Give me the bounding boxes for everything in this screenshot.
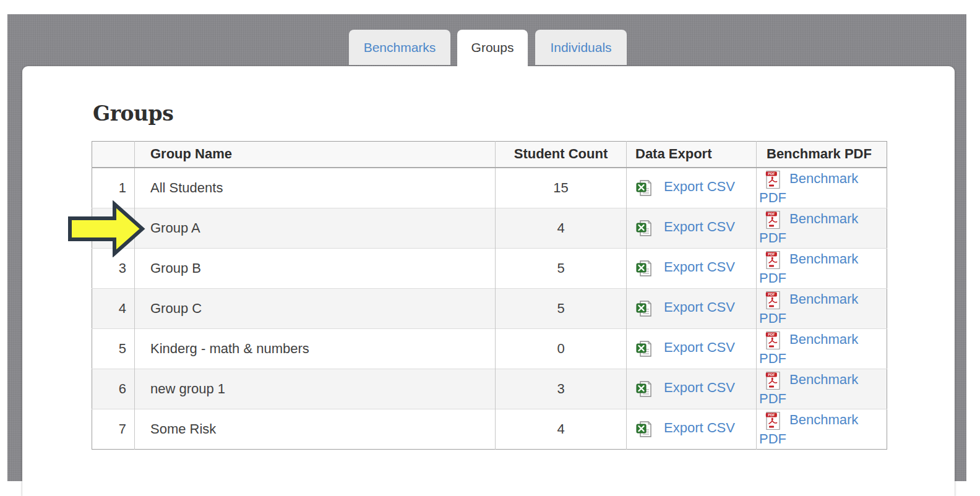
export-csv-label: Export CSV — [664, 179, 735, 194]
student-count-cell: 4 — [496, 409, 627, 449]
benchmark-pdf-link[interactable]: PDF Benchmark PDF — [759, 371, 869, 407]
group-name-cell: Group A — [135, 208, 496, 248]
group-name-cell: new group 1 — [135, 369, 496, 409]
export-csv-label: Export CSV — [664, 219, 735, 234]
col-header-benchmark-pdf: Benchmark PDF — [757, 142, 887, 168]
group-name-cell: Group C — [135, 288, 496, 328]
table-row: Group A 4 Export CSV PDF — [92, 208, 887, 248]
benchmark-pdf-link[interactable]: PDF Benchmark PDF — [759, 411, 869, 447]
yellow-arrow-annotation — [67, 200, 146, 257]
table-row: 5 Kinderg - math & numbers 0 Export CSV — [92, 328, 887, 369]
tab-groups[interactable]: Groups — [457, 30, 528, 73]
tab-benchmarks[interactable]: Benchmarks — [349, 30, 450, 65]
student-count-cell: 4 — [496, 208, 627, 248]
screenshot-stage: Benchmarks Groups Individuals Groups Gro… — [0, 0, 980, 496]
benchmark-pdf-link[interactable]: PDF Benchmark PDF — [759, 250, 869, 286]
pdf-file-icon: PDF — [765, 371, 781, 390]
col-header-data-export: Data Export — [627, 142, 757, 168]
col-header-group-name: Group Name — [135, 142, 496, 168]
group-name-cell: Group B — [135, 248, 496, 288]
pdf-file-icon: PDF — [765, 291, 781, 310]
group-name-cell: All Students — [135, 168, 496, 208]
excel-file-icon — [635, 340, 653, 357]
table-row: 3 Group B 5 Export CSV — [92, 248, 887, 288]
excel-file-icon — [635, 260, 653, 277]
student-count-cell: 5 — [496, 288, 627, 328]
pdf-file-icon: PDF — [765, 250, 781, 270]
data-export-cell: Export CSV — [627, 328, 757, 369]
student-count-cell: 0 — [496, 328, 627, 369]
benchmark-pdf-link[interactable]: PDF Benchmark PDF — [759, 210, 869, 246]
row-number-cell: 5 — [92, 328, 135, 369]
excel-file-icon — [635, 220, 653, 237]
export-csv-link[interactable]: Export CSV — [635, 219, 735, 234]
pdf-file-icon: PDF — [765, 331, 781, 350]
benchmark-pdf-cell: PDF Benchmark PDF — [757, 248, 887, 288]
row-number-cell: 4 — [92, 288, 135, 328]
data-export-cell: Export CSV — [627, 168, 757, 208]
row-number-cell: 7 — [92, 409, 135, 449]
benchmark-pdf-link[interactable]: PDF Benchmark PDF — [759, 170, 869, 206]
group-name-cell: Kinderg - math & numbers — [135, 328, 496, 369]
group-name-cell: Some Risk — [135, 409, 496, 449]
export-csv-label: Export CSV — [664, 340, 735, 355]
benchmark-pdf-cell: PDF Benchmark PDF — [757, 369, 887, 409]
svg-text:PDF: PDF — [768, 212, 775, 216]
student-count-cell: 15 — [496, 168, 627, 208]
groups-table-container: Group Name Student Count Data Export Ben… — [92, 141, 887, 450]
benchmark-pdf-cell: PDF Benchmark PDF — [757, 328, 887, 369]
col-header-row-number — [92, 142, 135, 168]
table-row: 7 Some Risk 4 Export CSV — [92, 409, 887, 449]
row-number-cell: 6 — [92, 369, 135, 409]
pdf-file-icon: PDF — [765, 411, 781, 430]
table-row: 4 Group C 5 Export CSV — [92, 288, 887, 328]
export-csv-link[interactable]: Export CSV — [635, 259, 735, 275]
data-export-cell: Export CSV — [627, 409, 757, 449]
benchmark-pdf-link[interactable]: PDF Benchmark PDF — [759, 291, 869, 327]
benchmark-pdf-cell: PDF Benchmark PDF — [757, 168, 887, 208]
excel-file-icon — [635, 179, 653, 197]
excel-file-icon — [635, 300, 653, 317]
benchmark-pdf-cell: PDF Benchmark PDF — [757, 208, 887, 248]
data-export-cell: Export CSV — [627, 208, 757, 248]
tab-individuals[interactable]: Individuals — [535, 30, 627, 65]
export-csv-label: Export CSV — [664, 259, 735, 275]
svg-text:PDF: PDF — [768, 252, 775, 256]
benchmark-pdf-cell: PDF Benchmark PDF — [757, 288, 887, 328]
benchmark-pdf-cell: PDF Benchmark PDF — [757, 409, 887, 449]
svg-text:PDF: PDF — [768, 293, 775, 296]
table-row: 6 new group 1 3 Export CSV — [92, 369, 887, 409]
student-count-cell: 5 — [496, 248, 627, 288]
export-csv-link[interactable]: Export CSV — [635, 299, 735, 315]
table-row: 1 All Students 15 Export CSV — [92, 168, 887, 208]
col-header-student-count: Student Count — [496, 142, 627, 168]
page-title: Groups — [93, 101, 173, 126]
groups-table: Group Name Student Count Data Export Ben… — [92, 141, 887, 450]
svg-text:PDF: PDF — [768, 373, 775, 377]
data-export-cell: Export CSV — [627, 288, 757, 328]
svg-text:PDF: PDF — [768, 172, 775, 176]
data-export-cell: Export CSV — [627, 248, 757, 288]
export-csv-link[interactable]: Export CSV — [635, 420, 735, 435]
table-header-row: Group Name Student Count Data Export Ben… — [92, 142, 887, 168]
data-export-cell: Export CSV — [627, 369, 757, 409]
student-count-cell: 3 — [496, 369, 627, 409]
benchmark-pdf-link[interactable]: PDF Benchmark PDF — [759, 331, 869, 367]
export-csv-link[interactable]: Export CSV — [635, 179, 735, 194]
pdf-file-icon: PDF — [765, 210, 781, 229]
svg-text:PDF: PDF — [768, 413, 775, 417]
export-csv-link[interactable]: Export CSV — [635, 340, 735, 355]
pdf-file-icon: PDF — [765, 170, 781, 189]
export-csv-link[interactable]: Export CSV — [635, 380, 735, 395]
excel-file-icon — [635, 380, 653, 398]
export-csv-label: Export CSV — [664, 299, 735, 315]
excel-file-icon — [635, 421, 653, 438]
export-csv-label: Export CSV — [664, 420, 735, 435]
export-csv-label: Export CSV — [664, 380, 735, 395]
svg-text:PDF: PDF — [768, 333, 775, 336]
